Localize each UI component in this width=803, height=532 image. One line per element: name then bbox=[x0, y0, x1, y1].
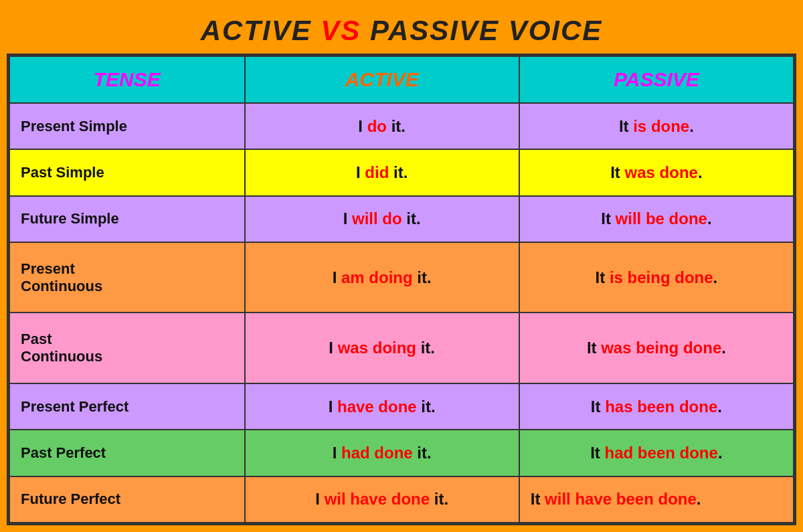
row-past-perfect: Past PerfectI had done it.It had been do… bbox=[9, 430, 794, 476]
header-passive: PASSIVE bbox=[519, 56, 794, 103]
passive-future-simple: It will be done. bbox=[519, 196, 794, 242]
tense-past-continuous: Past Continuous bbox=[9, 313, 245, 383]
passive-present-simple: It is done. bbox=[519, 103, 794, 149]
active-present-simple: I do it. bbox=[245, 103, 519, 149]
row-past-continuous: Past ContinuousI was doing it.It was bei… bbox=[9, 313, 794, 383]
passive-past-perfect: It had been done. bbox=[519, 430, 794, 476]
title-active: ACTIVE bbox=[201, 15, 321, 46]
row-present-simple: Present SimpleI do it.It is done. bbox=[9, 103, 794, 149]
active-future-perfect: I wil have done it. bbox=[245, 476, 519, 523]
passive-past-simple: It was done. bbox=[519, 149, 794, 195]
active-present-continuous: I am doing it. bbox=[245, 242, 519, 313]
active-future-simple: I will do it. bbox=[245, 196, 519, 242]
title-bar: ACTIVE VS PASSIVE VOICE bbox=[7, 7, 796, 54]
row-future-simple: Future SimpleI will do it.It will be don… bbox=[9, 196, 794, 242]
header-tense: TENSE bbox=[9, 56, 245, 103]
page-title: ACTIVE VS PASSIVE VOICE bbox=[7, 15, 796, 47]
header-active: ACTIVE bbox=[245, 56, 519, 103]
row-present-continuous: Present ContinuousI am doing it.It is be… bbox=[9, 242, 794, 313]
tense-past-simple: Past Simple bbox=[9, 149, 245, 195]
tense-past-perfect: Past Perfect bbox=[9, 430, 245, 476]
tense-future-perfect: Future Perfect bbox=[9, 476, 245, 523]
active-past-perfect: I had done it. bbox=[245, 430, 519, 476]
table-wrapper: TENSE ACTIVE PASSIVE Present SimpleI do … bbox=[7, 54, 796, 525]
passive-past-continuous: It was being done. bbox=[519, 313, 794, 383]
tense-present-simple: Present Simple bbox=[9, 103, 245, 149]
row-future-perfect: Future PerfectI wil have done it.It will… bbox=[9, 476, 794, 523]
active-present-perfect: I have done it. bbox=[245, 383, 519, 430]
title-passive: PASSIVE VOICE bbox=[361, 15, 602, 46]
title-vs: VS bbox=[321, 15, 361, 46]
main-container: ACTIVE VS PASSIVE VOICE TENSE ACTIVE PAS… bbox=[0, 0, 803, 532]
row-past-simple: Past SimpleI did it.It was done. bbox=[9, 149, 794, 195]
tense-present-continuous: Present Continuous bbox=[9, 242, 245, 313]
main-table: TENSE ACTIVE PASSIVE Present SimpleI do … bbox=[9, 56, 794, 523]
row-present-perfect: Present PerfectI have done it.It has bee… bbox=[9, 383, 794, 430]
tense-present-perfect: Present Perfect bbox=[9, 383, 245, 430]
active-past-simple: I did it. bbox=[245, 149, 519, 195]
tense-future-simple: Future Simple bbox=[9, 196, 245, 242]
header-row: TENSE ACTIVE PASSIVE bbox=[9, 56, 794, 103]
active-past-continuous: I was doing it. bbox=[245, 313, 519, 383]
passive-present-continuous: It is being done. bbox=[519, 242, 794, 313]
passive-present-perfect: It has been done. bbox=[519, 383, 794, 430]
passive-future-perfect: It will have been done. bbox=[519, 476, 794, 523]
